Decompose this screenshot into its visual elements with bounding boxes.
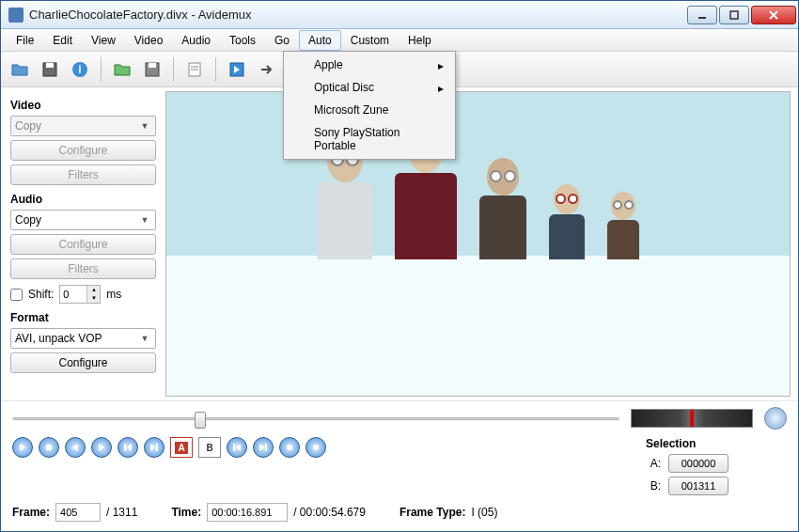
save-as-button[interactable]	[139, 56, 165, 83]
arrow-right-button[interactable]	[254, 56, 280, 83]
app-window: CharlieChocolateFactory.divx - Avidemux …	[0, 0, 799, 532]
marker-a-button[interactable]: A	[170, 437, 193, 458]
goto-end-button[interactable]	[253, 437, 274, 458]
auto-menu-psp[interactable]: Sony PlayStation Portable	[286, 121, 453, 157]
timeline-slider[interactable]	[12, 411, 619, 426]
prev-keyframe-button[interactable]	[118, 437, 138, 458]
format-configure-button[interactable]: Configure	[10, 352, 156, 373]
svg-rect-1	[730, 11, 738, 19]
goto-start-button[interactable]	[227, 437, 247, 458]
frametype-label: Frame Type:	[400, 506, 465, 519]
time-input[interactable]	[207, 503, 288, 522]
audio-codec-select[interactable]: Copy▼	[10, 210, 156, 230]
audio-filters-button[interactable]: Filters	[10, 258, 156, 279]
shift-label: Shift:	[28, 288, 54, 301]
open-file-button[interactable]	[7, 56, 33, 83]
svg-rect-17	[265, 444, 267, 451]
auto-menu-zune[interactable]: Microsoft Zune	[286, 99, 453, 121]
save-button[interactable]	[37, 56, 63, 83]
info-button[interactable]: i	[67, 56, 93, 83]
slider-row	[12, 407, 787, 430]
open-folder-button[interactable]	[109, 56, 135, 83]
maximize-button[interactable]	[719, 6, 749, 24]
menu-tools[interactable]: Tools	[220, 30, 265, 51]
auto-menu-apple[interactable]: Apple▸	[286, 54, 453, 76]
frame-input[interactable]	[55, 503, 101, 522]
menu-audio[interactable]: Audio	[172, 30, 220, 51]
properties-button[interactable]	[181, 56, 208, 83]
video-section-label: Video	[10, 99, 156, 112]
svg-text:i: i	[78, 63, 81, 76]
video-codec-select[interactable]: Copy▼	[10, 116, 156, 136]
menu-item-label: Apple	[314, 58, 343, 71]
titlebar: CharlieChocolateFactory.divx - Avidemux	[1, 1, 798, 29]
chevron-down-icon: ▼	[138, 121, 151, 131]
selection-label: Selection	[646, 437, 787, 450]
shift-value-input[interactable]	[60, 286, 86, 303]
video-configure-button[interactable]: Configure	[10, 140, 156, 161]
jog-bar[interactable]	[631, 409, 753, 428]
toolbar-divider	[215, 57, 216, 82]
menu-custom[interactable]: Custom	[341, 30, 399, 51]
time-label: Time:	[171, 506, 201, 519]
slider-thumb[interactable]	[195, 412, 206, 429]
video-preview	[165, 91, 791, 397]
selection-a-value[interactable]: 000000	[668, 454, 728, 473]
next-black-button[interactable]	[306, 437, 326, 458]
chevron-down-icon: ▼	[138, 334, 151, 343]
svg-rect-16	[233, 444, 235, 451]
window-title: CharlieChocolateFactory.divx - Avidemux	[29, 8, 685, 22]
menu-video[interactable]: Video	[125, 30, 172, 51]
submenu-arrow-icon: ▸	[438, 59, 444, 72]
jog-wheel-icon[interactable]	[764, 407, 787, 430]
svg-rect-13	[46, 445, 52, 450]
shift-down-icon[interactable]: ▼	[86, 294, 100, 303]
audio-configure-button[interactable]: Configure	[10, 234, 156, 255]
menubar: File Edit View Video Audio Tools Go Auto…	[1, 29, 798, 52]
close-button[interactable]	[751, 6, 796, 24]
toolbar-divider	[173, 57, 174, 82]
menu-item-label: Optical Disc	[314, 81, 374, 94]
toolbar-divider	[101, 57, 102, 82]
svg-point-19	[313, 445, 319, 450]
marker-b-button[interactable]: B	[198, 437, 221, 458]
menu-file[interactable]: File	[7, 30, 43, 51]
menu-auto[interactable]: Auto	[299, 30, 341, 51]
prev-button[interactable]	[65, 437, 86, 458]
video-filters-button[interactable]: Filters	[10, 164, 156, 185]
status-row: Frame: / 1311 Time: / 00:00:54.679 Frame…	[12, 503, 787, 522]
selection-b-value[interactable]: 001311	[668, 477, 728, 495]
transport-controls: A B	[12, 437, 326, 458]
minimize-button[interactable]	[687, 6, 717, 24]
menu-view[interactable]: View	[82, 30, 125, 51]
selection-zone: Selection A:000000 B:001311	[646, 437, 787, 495]
menu-item-label: Microsoft Zune	[314, 103, 388, 117]
auto-dropdown: Apple▸ Optical Disc▸ Microsoft Zune Sony…	[283, 51, 456, 160]
next-keyframe-button[interactable]	[144, 437, 164, 458]
frametype-value: I (05)	[471, 506, 497, 519]
menu-edit[interactable]: Edit	[43, 30, 82, 51]
bottom-bar: A B Selection A:000000 B:001311 Frame: /…	[1, 400, 798, 531]
selection-a-label: A:	[646, 457, 661, 470]
menu-help[interactable]: Help	[399, 30, 441, 51]
frame-total: / 1311	[106, 506, 137, 519]
menu-go[interactable]: Go	[265, 30, 299, 51]
audio-shift-row: Shift: ▲▼ ms	[10, 285, 156, 304]
svg-rect-7	[149, 63, 156, 68]
stop-button[interactable]	[39, 437, 59, 458]
shift-up-icon[interactable]: ▲	[86, 286, 100, 294]
frame-label: Frame:	[12, 506, 50, 519]
auto-menu-optical-disc[interactable]: Optical Disc▸	[286, 76, 453, 99]
shift-checkbox[interactable]	[10, 289, 23, 301]
shift-value-stepper[interactable]: ▲▼	[59, 285, 101, 304]
selection-button[interactable]	[224, 56, 250, 83]
play-button[interactable]	[12, 437, 33, 458]
chevron-down-icon: ▼	[138, 215, 151, 225]
menu-item-label: Sony PlayStation Portable	[314, 126, 400, 152]
format-select[interactable]: AVI, unpack VOP▼	[10, 328, 156, 349]
prev-black-button[interactable]	[279, 437, 300, 458]
format-section-label: Format	[10, 311, 156, 324]
svg-point-18	[287, 445, 292, 450]
next-button[interactable]	[91, 437, 112, 458]
svg-rect-15	[156, 444, 158, 451]
